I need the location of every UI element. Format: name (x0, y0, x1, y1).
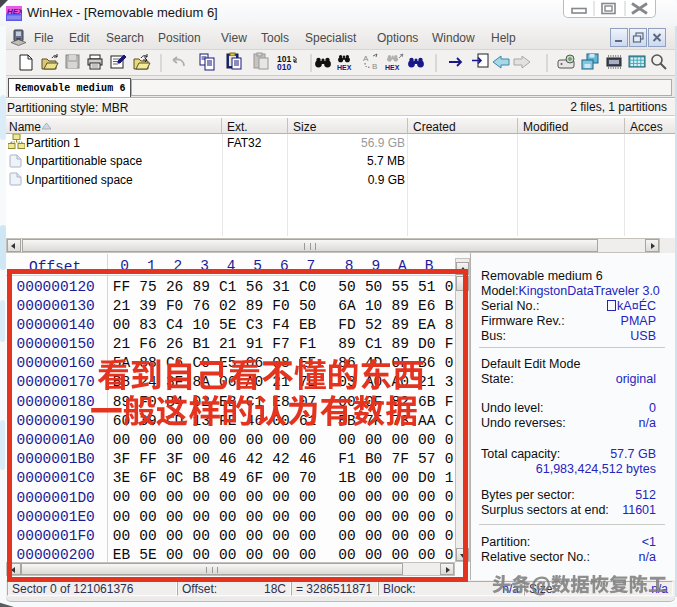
svg-text:HEX: HEX (337, 64, 352, 71)
svg-text:A: A (363, 54, 369, 63)
svg-text:010: 010 (277, 62, 291, 72)
svg-text:B: B (372, 62, 377, 71)
svg-text:HEX: HEX (385, 64, 400, 71)
svg-text:HEX: HEX (7, 7, 22, 16)
